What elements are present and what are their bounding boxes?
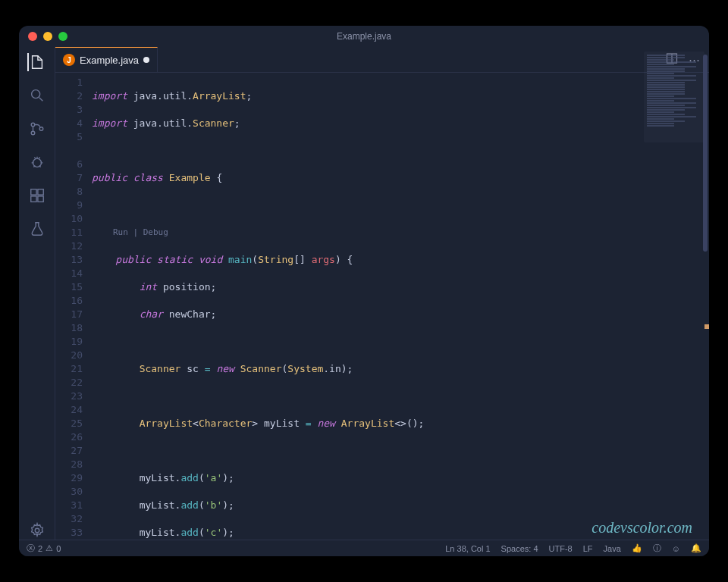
tab-label: Example.java	[80, 55, 139, 66]
vertical-scrollbar[interactable]	[701, 52, 709, 540]
status-problems[interactable]: ⓧ2 ⚠0	[27, 543, 61, 554]
svg-rect-6	[30, 196, 36, 202]
search-icon[interactable]	[28, 86, 46, 105]
titlebar[interactable]: Example.java	[19, 26, 709, 47]
close-window-button[interactable]	[28, 32, 37, 41]
source-control-icon[interactable]	[28, 120, 46, 138]
feedback-smiley-icon[interactable]: ☺	[672, 544, 680, 553]
status-cursor-position[interactable]: Ln 38, Col 1	[445, 544, 490, 553]
error-icon: ⓧ	[27, 543, 35, 554]
overview-marker-icon	[704, 324, 709, 329]
java-file-icon: J	[63, 54, 75, 66]
modified-indicator-icon	[143, 57, 149, 63]
warning-icon: ⚠	[46, 543, 53, 553]
tab-example-java[interactable]: J Example.java	[55, 47, 158, 72]
svg-point-3	[39, 127, 43, 131]
workspace: J Example.java ⋯ 12345678910111213141516…	[19, 47, 709, 540]
explorer-icon[interactable]	[27, 53, 46, 71]
window-title: Example.java	[19, 31, 709, 42]
activity-bar	[19, 47, 55, 540]
extensions-icon[interactable]	[28, 186, 46, 205]
settings-gear-icon[interactable]	[28, 521, 46, 540]
tab-bar: J Example.java ⋯	[55, 47, 709, 73]
svg-rect-7	[37, 196, 42, 202]
status-eol[interactable]: LF	[583, 544, 593, 553]
line-number-gutter: 1234567891011121314151617181920212223242…	[55, 73, 92, 540]
testing-icon[interactable]	[28, 220, 46, 238]
status-indentation[interactable]: Spaces: 4	[501, 544, 538, 553]
minimize-window-button[interactable]	[43, 32, 52, 41]
status-bar: ⓧ2 ⚠0 Ln 38, Col 1 Spaces: 4 UTF-8 LF Ja…	[19, 540, 709, 556]
minimap[interactable]	[644, 52, 704, 142]
code-editor[interactable]: 1234567891011121314151617181920212223242…	[55, 73, 709, 540]
editor-group: J Example.java ⋯ 12345678910111213141516…	[55, 47, 709, 540]
svg-rect-8	[37, 189, 42, 195]
svg-rect-5	[30, 189, 36, 195]
info-icon[interactable]: ⓘ	[653, 543, 661, 554]
debug-icon[interactable]	[28, 153, 46, 171]
code-content[interactable]: import java.util.ArrayList; import java.…	[92, 73, 709, 540]
status-encoding[interactable]: UTF-8	[549, 544, 573, 553]
editor-window: Example.java J Example.java ⋯	[19, 26, 709, 556]
scrollbar-thumb[interactable]	[703, 55, 708, 252]
svg-point-0	[31, 90, 39, 99]
svg-point-1	[31, 123, 35, 127]
bell-icon[interactable]: 🔔	[691, 543, 701, 553]
status-language[interactable]: Java	[604, 544, 621, 553]
svg-point-2	[31, 131, 35, 135]
svg-point-9	[35, 528, 39, 533]
window-controls	[28, 32, 67, 41]
codelens-run-debug[interactable]: Run | Debug	[92, 226, 709, 239]
thumbs-up-icon[interactable]: 👍	[632, 543, 642, 553]
maximize-window-button[interactable]	[58, 32, 67, 41]
